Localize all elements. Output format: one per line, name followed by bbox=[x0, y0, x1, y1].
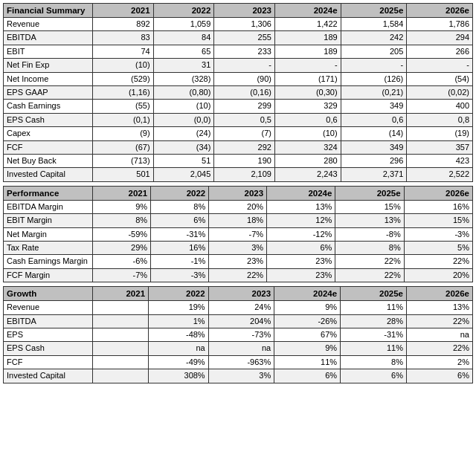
perf-header-2023: 2023 bbox=[209, 186, 267, 200]
perf-title: Performance bbox=[4, 186, 93, 200]
table-row: Cash Earnings(55)(10)299329349400 bbox=[4, 100, 473, 113]
table-row: Invested Capital308%3%6%6%6% bbox=[4, 369, 473, 383]
table-row: FCF Margin-7%-3%22%23%22%20% bbox=[4, 268, 473, 282]
table-row: EBIT Margin8%6%18%12%13%15% bbox=[4, 214, 473, 227]
table-row: Net Fin Exp(10)31---- bbox=[4, 59, 473, 72]
perf-header-2021: 2021 bbox=[93, 186, 151, 200]
table-row: Tax Rate29%16%3%6%8%5% bbox=[4, 242, 473, 255]
fs-header-2023: 2023 bbox=[214, 4, 275, 18]
perf-header-2026: 2026e bbox=[404, 186, 472, 200]
table-row: Revenue8921,0591,3061,4221,5841,786 bbox=[4, 18, 473, 31]
growth-header-2022: 2022 bbox=[149, 287, 209, 301]
fs-header-2025: 2025e bbox=[341, 4, 407, 18]
table-row: Revenue19%24%9%11%13% bbox=[4, 301, 473, 314]
performance-table: Performance 2021 2022 2023 2024e 2025e 2… bbox=[3, 186, 473, 282]
table-row: FCF(67)(34)292324349357 bbox=[4, 140, 473, 154]
fs-header-2022: 2022 bbox=[153, 4, 214, 18]
financial-summary-table: Financial Summary 2021 2022 2023 2024e 2… bbox=[3, 3, 473, 182]
financial-tables: Financial Summary 2021 2022 2023 2024e 2… bbox=[0, 0, 476, 386]
fs-header-2021: 2021 bbox=[93, 4, 154, 18]
table-row: EPS-48%-73%67%-31%na bbox=[4, 328, 473, 342]
performance-header-row: Performance 2021 2022 2023 2024e 2025e 2… bbox=[4, 186, 473, 200]
fs-header-2026: 2026e bbox=[407, 4, 473, 18]
growth-title: Growth bbox=[4, 287, 93, 301]
table-row: EPS GAAP(1,16)(0,80)(0,16)(0,30)(0,21)(0… bbox=[4, 86, 473, 100]
growth-header-2021: 2021 bbox=[93, 287, 149, 301]
table-row: Invested Capital5012,0452,1092,2432,3712… bbox=[4, 168, 473, 181]
table-row: EBIT7465233189205266 bbox=[4, 45, 473, 58]
growth-header-2024: 2024e bbox=[274, 287, 341, 301]
table-row: Net Buy Back(713)51190280296423 bbox=[4, 155, 473, 168]
perf-header-2024: 2024e bbox=[267, 186, 335, 200]
table-row: EBITDA8384255189242294 bbox=[4, 31, 473, 45]
perf-header-2025: 2025e bbox=[335, 186, 404, 200]
fs-header-2024: 2024e bbox=[274, 4, 341, 18]
growth-header-2023: 2023 bbox=[208, 287, 274, 301]
growth-header-2026: 2026e bbox=[407, 287, 473, 301]
table-row: Net Margin-59%-31%-7%-12%-8%-3% bbox=[4, 227, 473, 241]
table-row: Capex(9)(24)(7)(10)(14)(19) bbox=[4, 127, 473, 140]
table-row: Cash Earnings Margin-6%-1%23%23%22%22% bbox=[4, 255, 473, 268]
growth-table: Growth 2021 2022 2023 2024e 2025e 2026e … bbox=[3, 286, 473, 383]
growth-header-row: Growth 2021 2022 2023 2024e 2025e 2026e bbox=[4, 287, 473, 301]
table-row: EPS Cash(0,1)(0,0)0,50,60,60,8 bbox=[4, 113, 473, 126]
table-row: EPS Cashnana9%11%22% bbox=[4, 342, 473, 355]
table-row: EBITDA Margin9%8%20%13%15%16% bbox=[4, 200, 473, 213]
table-row: EBITDA1%204%-26%28%22% bbox=[4, 314, 473, 328]
fs-title: Financial Summary bbox=[4, 4, 93, 18]
perf-header-2022: 2022 bbox=[151, 186, 209, 200]
financial-summary-header-row: Financial Summary 2021 2022 2023 2024e 2… bbox=[4, 4, 473, 18]
table-row: Net Income(529)(328)(90)(171)(126)(54) bbox=[4, 72, 473, 85]
growth-header-2025: 2025e bbox=[341, 287, 407, 301]
table-row: FCF-49%-963%11%8%2% bbox=[4, 355, 473, 369]
